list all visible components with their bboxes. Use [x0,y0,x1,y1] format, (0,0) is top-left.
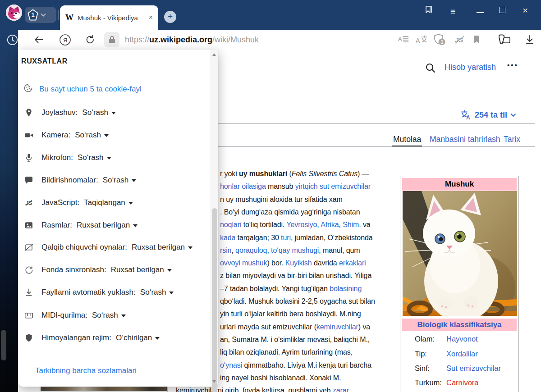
javascript-icon: JS [24,198,33,207]
article-link[interactable]: Yevrosiyo [286,221,317,228]
cookies-link-row[interactable]: Bu sayt uchun 5 ta cookie-fayl [23,83,142,95]
refresh-icon[interactable] [83,30,97,50]
dropdown-caret-icon [128,202,133,205]
permission-value-dropdown[interactable]: So‘rash [75,131,109,140]
language-selector-button[interactable]: A 254 ta til [461,110,516,120]
camera-icon [24,131,33,140]
permission-row: Qalqib chiquvchi oynalar:Ruxsat berilgan [24,242,193,253]
extensions-icon[interactable] [495,30,513,50]
permission-value-dropdown[interactable]: So‘rash [140,288,174,297]
article-tab-manbasini-tahrirlash[interactable]: Manbasini tahrirlash [430,135,500,144]
url-host: uz.wikipedia.org [149,35,212,45]
profile-avatar[interactable] [6,5,22,21]
taxobox-row: Olam:Hayvonot [415,335,435,343]
article-text: ( [287,170,292,178]
article-link[interactable]: o‘ynasi [220,361,242,369]
javascript-blocked-icon[interactable]: JS [452,30,467,50]
new-tab-button[interactable]: + [164,11,176,23]
article-tab-tarix[interactable]: Tarix [504,135,520,144]
article-text-line: ovvoyi mushuk) bor. Kuyikish davrida erk… [220,259,366,267]
article-link[interactable]: ovvoyi mushuk [220,259,267,267]
menu-button[interactable]: ≡ [450,7,455,17]
taxobox-row-link[interactable]: Sut emizuvchilar [446,364,501,373]
kitten-photo[interactable] [403,191,517,316]
article-text-line: noqlari to‘liq tortiladi. Yevrosiyo, Afr… [220,221,371,229]
permission-value-dropdown[interactable]: Ruxsat berilgan [111,265,172,274]
article-text-line: –7 tadan bolalaydi. Yangi tug‘ilgan bola… [220,285,362,293]
tab-counter-icon: 1 [28,9,38,21]
sidebar-panel-icon[interactable] [424,5,433,17]
panel-scrollbar-thumb[interactable] [212,208,217,392]
panel-scroll-down-arrow[interactable] [212,380,216,383]
cookies-link[interactable]: Bu sayt uchun 5 ta cookie-fayl [39,85,142,94]
article-link[interactable]: erkaklari [339,259,366,267]
reader-mode-icon[interactable]: A [396,30,411,50]
panel-scroll-up-arrow[interactable] [212,53,216,56]
taxobox-row-link[interactable]: Carnivora [446,378,479,387]
dropdown-caret-icon [167,269,172,272]
protect-shield-icon[interactable]: 1 [432,30,448,50]
permission-value-dropdown[interactable]: So‘rash [82,108,116,117]
bookmark-icon[interactable] [470,30,483,50]
article-link[interactable]: Kuyikish [285,259,312,267]
downloads-icon[interactable] [522,30,537,50]
article-link[interactable]: kada [220,234,235,242]
language-count-label: 254 ta til [475,110,507,120]
article-link[interactable]: noqlari [220,221,241,228]
article-text-line: honlar oilasiga mansub yirtqich sut emiz… [220,182,371,191]
permission-value-dropdown[interactable]: Ruxsat berilgan [132,243,193,252]
article-text: urlari mayda sut emizuvchilar ( [220,323,316,331]
permission-value-dropdown[interactable]: Ruxsat berilgan [77,221,138,230]
article-text-line: an, Sumatra M. i o‘simliklar mevasi, bal… [220,336,370,344]
permission-value-dropdown[interactable]: So‘rash [92,311,126,320]
back-button[interactable] [32,30,46,50]
chevron-down-icon [40,13,46,17]
article-text: r yoki [220,170,239,178]
site-lock-button[interactable] [104,32,119,47]
article-link[interactable]: zarar [333,387,349,392]
all-content-settings-link[interactable]: Tarkibning barcha sozlamalari [35,366,137,375]
article-text: kemiruvchilarni qirib, foyda keltirsa, q… [176,387,333,392]
permission-value-dropdown[interactable]: So‘rash [78,153,111,162]
article-text: mansub [266,182,295,190]
address-bar[interactable]: https://uz.wikipedia.org/wiki/Mushuk [125,30,259,50]
permission-value-dropdown[interactable]: O‘chirilgan [116,333,160,342]
wikipedia-favicon: W [65,13,73,23]
translate-icon[interactable]: A [414,30,429,50]
permission-row: JSJavaScript:Taqiqlangan [24,197,133,209]
permission-label: Fayllarni avtomatik yuklash: [41,288,136,297]
article-link[interactable]: qoraquloq [235,246,267,254]
midi-icon [24,311,33,320]
article-link[interactable]: kemiruvchilar [316,323,358,331]
article-link[interactable]: rsin [220,246,231,254]
minimize-button[interactable] [477,12,484,13]
more-options-icon[interactable]: ••• [507,61,518,69]
window-close-button[interactable]: × [523,5,528,16]
permission-label: Rasmlar: [41,221,72,230]
article-link[interactable]: yirtqich sut emizuvchilar [295,182,371,190]
article-link[interactable]: Afrika [321,221,339,228]
permission-value-dropdown[interactable]: So‘rash [103,176,137,185]
tab-group-button[interactable]: 1 [25,7,56,23]
permission-value-dropdown[interactable]: Taqiqlangan [84,198,133,207]
taxobox-row-label: Tip: [415,350,427,358]
article-link[interactable]: bolasining [330,285,362,292]
sidebar-widget-edge[interactable] [1,330,6,360]
tab-close-icon[interactable]: × [149,14,153,22]
search-icon[interactable] [426,63,436,75]
yandex-search-icon[interactable]: Я [58,30,72,50]
taxobox-row-link[interactable]: Xordalilar [446,350,478,358]
article-link[interactable]: Shim. [343,221,361,228]
create-account-link[interactable]: Hisob yaratish [445,63,496,72]
article-link[interactable]: to‘qay mushugi [271,246,319,254]
taxobox-row-link[interactable]: Hayvonot [446,335,478,343]
article-tab-mutolaa[interactable]: Mutolaa [393,135,421,144]
permission-row: Kamera:So‘rash [24,129,109,141]
permission-row: Fonda sinxronlash:Ruxsat berilgan [24,264,172,276]
article-thumbnail-image[interactable] [40,386,168,392]
article-link[interactable]: honlar oilasiga [220,182,266,190]
browser-tab-active[interactable]: W Mushuk - Vikipediya × [60,5,158,30]
tab-title: Mushuk - Vikipediya [78,14,145,22]
article-link[interactable]: turi [281,234,291,242]
maximize-button[interactable] [499,7,505,13]
